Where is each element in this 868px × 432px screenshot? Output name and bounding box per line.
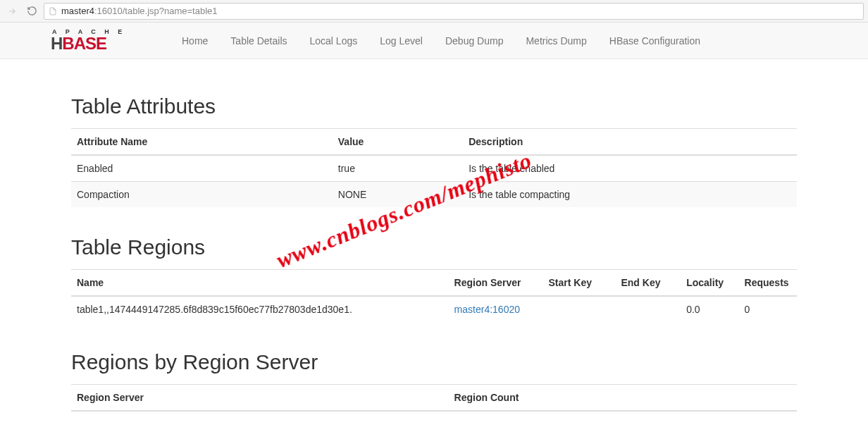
- nav-hbase-configuration[interactable]: HBase Configuration: [598, 23, 712, 59]
- table-regions: Name Region Server Start Key End Key Loc…: [71, 269, 797, 322]
- table-row: Compaction NONE Is the table compacting: [71, 182, 797, 208]
- table-row: table1,,1474449147285.6f8d839c15f60ec77f…: [71, 296, 797, 322]
- cell-attr-name: Enabled: [71, 155, 333, 182]
- nav-local-logs[interactable]: Local Logs: [299, 23, 369, 59]
- cell-start-key: [542, 296, 615, 322]
- th-end-key: End Key: [615, 270, 681, 297]
- url-text: master4:16010/table.jsp?name=table1: [61, 6, 218, 16]
- th-locality: Locality: [681, 270, 738, 297]
- url-input[interactable]: master4:16010/table.jsp?name=table1: [44, 3, 864, 20]
- nav-metrics-dump[interactable]: Metrics Dump: [514, 23, 597, 59]
- cell-end-key: [615, 296, 681, 322]
- cell-attr-name: Compaction: [71, 182, 333, 208]
- page-icon: [49, 6, 57, 16]
- main-navbar: A P A C H E HBASE Home Table Details Loc…: [0, 23, 868, 59]
- th-start-key: Start Key: [542, 270, 615, 297]
- cell-region-server: master4:16020: [449, 296, 543, 322]
- section-title-regions-by-server: Regions by Region Server: [71, 350, 797, 374]
- table-row: Enabled true Is the table enabled: [71, 155, 797, 182]
- th-requests: Requests: [739, 270, 797, 297]
- nav-table-details[interactable]: Table Details: [219, 23, 298, 59]
- cell-locality: 0.0: [681, 296, 738, 322]
- th-rbs-count: Region Count: [449, 385, 797, 412]
- table-regions-by-server: Region Server Region Count: [71, 384, 797, 412]
- table-attributes: Attribute Name Value Description Enabled…: [71, 128, 797, 207]
- nav-home[interactable]: Home: [170, 23, 219, 59]
- cell-attr-desc: Is the table compacting: [463, 182, 797, 208]
- nav-log-level[interactable]: Log Level: [368, 23, 434, 59]
- cell-attr-desc: Is the table enabled: [463, 155, 797, 182]
- section-title-table-attributes: Table Attributes: [71, 94, 797, 118]
- forward-button[interactable]: [4, 4, 20, 19]
- reload-button[interactable]: [24, 4, 39, 19]
- cell-region-name: table1,,1474449147285.6f8d839c15f60ec77f…: [71, 296, 449, 322]
- nav-debug-dump[interactable]: Debug Dump: [434, 23, 515, 59]
- th-region-server: Region Server: [449, 270, 543, 297]
- page-content: Table Attributes Attribute Name Value De…: [29, 94, 839, 432]
- th-region-name: Name: [71, 270, 449, 297]
- cell-requests: 0: [739, 296, 797, 322]
- region-server-link[interactable]: master4:16020: [454, 304, 520, 315]
- hbase-logo[interactable]: A P A C H E HBASE: [51, 28, 156, 54]
- th-attribute-name: Attribute Name: [71, 129, 333, 156]
- browser-address-bar: master4:16010/table.jsp?name=table1: [0, 0, 868, 23]
- th-description: Description: [463, 129, 797, 156]
- section-title-table-regions: Table Regions: [71, 235, 797, 259]
- logo-hbase-text: HBASE: [51, 34, 156, 54]
- th-value: Value: [333, 129, 463, 156]
- th-rbs-server: Region Server: [71, 385, 449, 412]
- cell-attr-value: true: [333, 155, 463, 182]
- cell-attr-value: NONE: [333, 182, 463, 208]
